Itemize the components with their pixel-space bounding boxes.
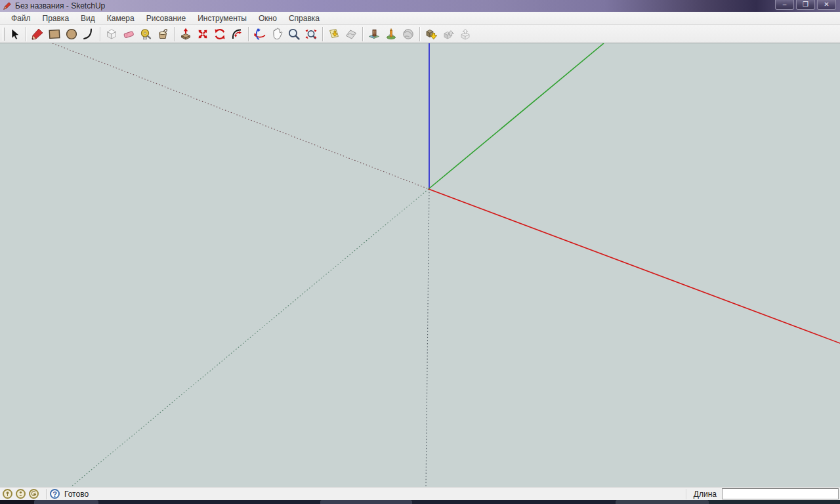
toolbar-separator — [248, 27, 249, 41]
tape-measure-icon — [139, 28, 152, 41]
window-controls: – ❐ ✕ — [775, 0, 836, 10]
toolbar-separator — [362, 27, 363, 41]
sketchup-logo-icon — [3, 1, 12, 10]
select-icon — [8, 28, 21, 41]
claim-credit-status[interactable] — [16, 489, 26, 499]
status-message: Готово — [64, 490, 89, 499]
rectangle-tool-button[interactable] — [46, 26, 63, 42]
toolbar-separator — [26, 27, 26, 41]
arc-tool-button[interactable] — [80, 26, 97, 42]
rotate-icon — [213, 28, 226, 41]
line-icon — [31, 28, 44, 41]
help-icon[interactable]: ? — [50, 489, 60, 499]
google-earth-icon — [402, 28, 415, 41]
rotate-tool-button[interactable] — [211, 26, 228, 42]
building-maker-button[interactable] — [383, 26, 400, 42]
get-models-button[interactable] — [423, 26, 440, 42]
building-maker-icon — [385, 28, 398, 41]
arc-icon — [82, 28, 95, 41]
measurement-input[interactable] — [722, 488, 839, 499]
sketchup-window: Без названия - SketchUp – ❐ ✕ Файл Правк… — [0, 0, 840, 504]
eraser-icon — [122, 28, 135, 41]
orbit-tool-button[interactable] — [251, 26, 268, 42]
menu-camera[interactable]: Камера — [101, 12, 140, 24]
circle-icon — [65, 28, 78, 41]
offset-icon — [230, 28, 243, 41]
menu-draw[interactable]: Рисование — [140, 12, 192, 24]
geolocation-icon — [5, 491, 10, 497]
zoom-tool-button[interactable] — [285, 26, 303, 42]
move-tool-button[interactable] — [194, 26, 211, 42]
statusbar-separator — [686, 489, 686, 499]
menu-help[interactable]: Справка — [283, 12, 326, 24]
zoom-extents-button[interactable] — [303, 26, 320, 42]
make-component-icon — [105, 28, 118, 41]
menu-window[interactable]: Окно — [253, 12, 283, 24]
green-axis-negative — [71, 189, 429, 487]
move-icon — [196, 28, 209, 41]
title-bar: Без названия - SketchUp – ❐ ✕ — [0, 0, 840, 12]
taskbar-segment — [412, 500, 616, 504]
claim-credit-icon — [18, 491, 24, 497]
google-earth-button[interactable] — [400, 26, 417, 42]
eraser-tool-button[interactable] — [120, 26, 137, 42]
menu-view[interactable]: Вид — [75, 12, 101, 24]
menu-edit[interactable]: Правка — [37, 12, 75, 24]
toggle-terrain-button[interactable] — [343, 26, 360, 42]
offset-tool-button[interactable] — [228, 26, 245, 42]
add-location-button[interactable] — [326, 26, 343, 42]
statusbar-separator — [46, 489, 47, 499]
circle-tool-button[interactable] — [63, 26, 80, 42]
menu-bar: Файл Правка Вид Камера Рисование Инструм… — [0, 12, 840, 25]
push-pull-icon — [179, 28, 192, 41]
toolbar-separator — [419, 27, 420, 41]
getting-started-toolbar — [0, 25, 840, 43]
add-location-icon — [327, 28, 341, 41]
status-bar: ? Готово Длина — [0, 487, 840, 500]
blue-axis-negative — [426, 189, 429, 487]
status-icon-group — [3, 489, 43, 499]
windows-taskbar-edge[interactable] — [0, 500, 840, 504]
taskbar-segment — [98, 500, 320, 504]
push-pull-button[interactable] — [177, 26, 194, 42]
drawing-canvas[interactable] — [0, 43, 840, 487]
menu-tools[interactable]: Инструменты — [192, 12, 253, 24]
geolocation-status[interactable] — [3, 489, 12, 499]
minimize-button[interactable]: – — [775, 0, 794, 10]
axes-graphic — [0, 43, 840, 487]
taskbar-segment — [709, 500, 840, 504]
taskbar-segment — [320, 500, 412, 504]
window-title: Без названия - SketchUp — [15, 1, 105, 10]
tape-measure-button[interactable] — [137, 26, 154, 42]
sign-in-icon — [31, 491, 37, 497]
make-component-button[interactable] — [103, 26, 120, 42]
pan-tool-button[interactable] — [268, 26, 285, 42]
taskbar-segment — [34, 500, 98, 504]
menu-file[interactable]: Файл — [5, 12, 37, 24]
paint-bucket-button[interactable] — [154, 26, 171, 42]
get-models-icon — [425, 28, 438, 41]
share-component-icon — [459, 28, 472, 41]
restore-button[interactable]: ❐ — [796, 0, 815, 10]
toolbar-separator — [174, 27, 175, 41]
line-tool-button[interactable] — [29, 26, 46, 42]
measurement-label: Длина — [694, 490, 717, 499]
red-axis — [429, 189, 840, 343]
zoom-icon — [287, 28, 301, 41]
toolbar-separator — [322, 27, 323, 41]
red-axis-negative — [52, 43, 429, 189]
share-component-button[interactable] — [457, 26, 474, 42]
orbit-icon — [253, 28, 266, 41]
close-button[interactable]: ✕ — [817, 0, 836, 10]
photo-textures-icon — [368, 28, 381, 41]
select-tool-button[interactable] — [6, 26, 23, 42]
pan-icon — [270, 28, 284, 41]
share-model-button[interactable] — [440, 26, 457, 42]
photo-textures-button[interactable] — [366, 26, 383, 42]
green-axis — [429, 43, 604, 189]
toolbar-separator — [100, 27, 100, 41]
toolbar-grip[interactable] — [3, 28, 5, 41]
taskbar-segment — [616, 500, 709, 504]
share-model-icon — [442, 28, 455, 41]
sign-in-status[interactable] — [29, 489, 39, 499]
